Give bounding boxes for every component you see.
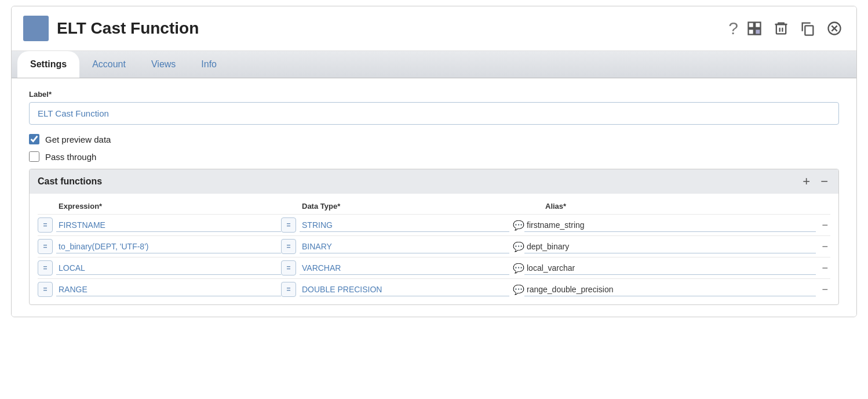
label-input[interactable]: [29, 102, 839, 125]
data-type-cell-1: = 💬: [281, 239, 524, 254]
pass-through-checkbox[interactable]: [29, 151, 39, 162]
header-icon: [23, 16, 49, 41]
close-icon: [826, 20, 843, 37]
expression-cell-3: =: [38, 282, 281, 297]
expression-input-0[interactable]: [56, 219, 281, 232]
cast-table: Expression* Data Type* Alias* = = 💬: [30, 194, 838, 304]
comment-icon-2[interactable]: 💬: [513, 263, 524, 274]
data-type-cell-3: = 💬: [281, 282, 524, 297]
data-type-input-3[interactable]: [300, 283, 509, 296]
eq-btn-expr-0[interactable]: =: [38, 217, 53, 233]
tab-views[interactable]: Views: [138, 51, 188, 78]
maximize-button[interactable]: [744, 18, 765, 39]
remove-row-2-button[interactable]: −: [819, 263, 830, 273]
help-icon[interactable]: ?: [728, 19, 738, 38]
eq-btn-expr-1[interactable]: =: [38, 239, 53, 254]
alias-cell-0: −: [524, 219, 830, 232]
table-row: = = 💬 −: [38, 257, 830, 278]
pass-through-row: Pass through: [29, 151, 839, 162]
header: ELT Cast Function ?: [12, 6, 856, 51]
add-row-button[interactable]: +: [800, 175, 812, 188]
remove-row-0-button[interactable]: −: [819, 220, 830, 230]
delete-button[interactable]: [771, 18, 792, 39]
get-preview-data-label: Get preview data: [45, 135, 111, 144]
maximize-icon: [746, 20, 763, 37]
svg-rect-3: [776, 24, 786, 34]
copy-button[interactable]: [797, 18, 818, 39]
col-headers: Expression* Data Type* Alias*: [38, 198, 830, 214]
delete-icon: [773, 20, 789, 37]
get-preview-data-checkbox[interactable]: [29, 134, 39, 144]
alias-input-2[interactable]: [524, 262, 816, 275]
svg-rect-2: [749, 29, 754, 34]
alias-cell-2: −: [524, 262, 830, 275]
data-type-col-header: Data Type*: [281, 202, 524, 211]
remove-row-button[interactable]: −: [818, 175, 830, 188]
eq-btn-expr-3[interactable]: =: [38, 282, 53, 297]
svg-rect-6: [805, 26, 813, 35]
expression-input-3[interactable]: [56, 283, 281, 296]
data-type-cell-2: = 💬: [281, 260, 524, 275]
table-row: = = 💬 −: [38, 235, 830, 257]
expression-col-header: Expression*: [38, 202, 281, 211]
copy-icon: [800, 20, 816, 37]
tab-info[interactable]: Info: [188, 51, 229, 78]
comment-icon-0[interactable]: 💬: [513, 220, 524, 231]
data-type-cell-0: = 💬: [281, 217, 524, 233]
table-row: = = 💬 −: [38, 214, 830, 235]
remove-row-1-button[interactable]: −: [819, 241, 830, 252]
content: Label* Get preview data Pass through Cas…: [12, 78, 856, 317]
tab-settings[interactable]: Settings: [17, 51, 79, 78]
cast-functions-title: Cast functions: [38, 176, 102, 187]
alias-input-1[interactable]: [524, 240, 816, 253]
cast-functions-header: Cast functions + −: [30, 169, 838, 194]
expression-input-2[interactable]: [56, 262, 281, 275]
expression-input-1[interactable]: [56, 240, 281, 253]
eq-btn-type-0[interactable]: =: [281, 217, 296, 233]
comment-icon-1[interactable]: 💬: [513, 241, 524, 252]
page-title: ELT Cast Function: [57, 19, 199, 38]
expression-cell-1: =: [38, 239, 281, 254]
data-type-input-2[interactable]: [300, 262, 509, 275]
alias-cell-1: −: [524, 240, 830, 253]
cast-functions-section: Cast functions + − Expression* Data Type…: [29, 169, 839, 305]
alias-input-0[interactable]: [524, 219, 816, 232]
data-type-input-1[interactable]: [300, 240, 509, 253]
tabs-bar: Settings Account Views Info: [12, 51, 856, 78]
header-actions: ?: [728, 18, 845, 39]
eq-btn-type-1[interactable]: =: [281, 239, 296, 254]
header-left: ELT Cast Function: [23, 16, 199, 41]
alias-input-3[interactable]: [524, 283, 816, 296]
pass-through-label: Pass through: [45, 152, 96, 162]
expression-cell-2: =: [38, 260, 281, 275]
close-button[interactable]: [824, 18, 845, 39]
eq-btn-type-2[interactable]: =: [281, 260, 296, 275]
svg-rect-0: [749, 23, 754, 28]
eq-btn-type-3[interactable]: =: [281, 282, 296, 297]
data-type-input-0[interactable]: [300, 219, 509, 232]
alias-cell-3: −: [524, 283, 830, 296]
cast-header-actions: + −: [800, 175, 830, 188]
svg-rect-1: [755, 23, 760, 28]
get-preview-data-row: Get preview data: [29, 134, 839, 144]
alias-col-header: Alias*: [524, 202, 830, 211]
table-row: = = 💬 −: [38, 278, 830, 300]
expression-cell-0: =: [38, 217, 281, 233]
main-container: ELT Cast Function ?: [11, 6, 857, 317]
tab-account[interactable]: Account: [79, 51, 138, 78]
label-field-label: Label*: [29, 90, 839, 99]
eq-btn-expr-2[interactable]: =: [38, 260, 53, 275]
comment-icon-3[interactable]: 💬: [513, 284, 524, 295]
remove-row-3-button[interactable]: −: [819, 284, 830, 295]
